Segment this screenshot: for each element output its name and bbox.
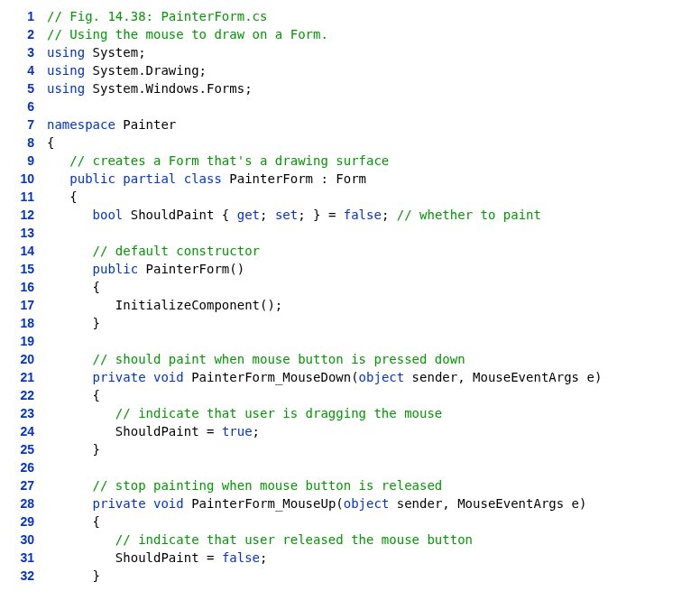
line-number: 1 bbox=[11, 7, 34, 25]
code-token: { bbox=[47, 280, 100, 294]
line-number: 29 bbox=[11, 512, 34, 531]
code-content: { bbox=[47, 134, 54, 152]
code-line: 20 // should paint when mouse button is … bbox=[11, 350, 689, 368]
line-number: 4 bbox=[11, 61, 34, 79]
line-number: 26 bbox=[11, 458, 34, 476]
line-number: 30 bbox=[11, 531, 34, 549]
code-token: } bbox=[47, 442, 100, 457]
code-content: // stop painting when mouse button is re… bbox=[47, 476, 442, 494]
code-line: 2// Using the mouse to draw on a Form. bbox=[11, 25, 689, 43]
code-line: 26 bbox=[11, 458, 689, 476]
code-line: 4using System.Drawing; bbox=[11, 61, 689, 79]
code-token: Painter bbox=[115, 117, 176, 132]
code-token bbox=[47, 244, 93, 258]
line-number: 5 bbox=[11, 79, 34, 97]
code-token: { bbox=[47, 135, 54, 150]
code-token: using bbox=[47, 81, 85, 96]
code-token bbox=[47, 406, 115, 420]
code-content: // creates a Form that's a drawing surfa… bbox=[47, 152, 389, 170]
code-line: 31 ShouldPaint = false; bbox=[11, 549, 689, 567]
code-line: 8{ bbox=[11, 134, 689, 152]
code-token: sender, MouseEventArgs e) bbox=[404, 370, 602, 384]
code-token: // Fig. 14.38: PainterForm.cs bbox=[47, 9, 267, 23]
code-content: // Fig. 14.38: PainterForm.cs bbox=[47, 7, 267, 25]
code-content: { bbox=[47, 512, 100, 531]
code-token: System; bbox=[85, 45, 145, 60]
code-line: 28 private void PainterForm_MouseUp(obje… bbox=[11, 494, 689, 512]
line-number: 31 bbox=[11, 549, 34, 567]
code-content: namespace Painter bbox=[47, 115, 176, 134]
code-token bbox=[47, 153, 69, 168]
code-token: // Using the mouse to draw on a Form. bbox=[47, 27, 328, 42]
code-token: ; bbox=[382, 208, 397, 222]
code-token: sender, MouseEventArgs e) bbox=[389, 496, 586, 511]
code-token bbox=[47, 171, 69, 186]
code-content: ShouldPaint = true; bbox=[47, 422, 260, 440]
code-token: ShouldPaint = bbox=[47, 424, 222, 438]
line-number: 28 bbox=[11, 494, 34, 512]
line-number: 23 bbox=[11, 404, 34, 422]
line-number: 8 bbox=[11, 134, 34, 152]
code-line: 9 // creates a Form that's a drawing sur… bbox=[11, 152, 689, 170]
code-token: InitializeComponent(); bbox=[47, 298, 282, 312]
code-content: // should paint when mouse button is pre… bbox=[47, 350, 465, 368]
code-line: 17 InitializeComponent(); bbox=[11, 296, 689, 314]
line-number: 15 bbox=[11, 260, 34, 278]
line-number: 13 bbox=[11, 224, 34, 242]
code-token: set bbox=[275, 208, 298, 222]
code-token: public bbox=[93, 262, 139, 276]
code-line: 25 } bbox=[11, 440, 689, 458]
code-line: 32 } bbox=[11, 567, 689, 585]
code-line: 12 bool ShouldPaint { get; set; } = fals… bbox=[11, 206, 689, 224]
line-number: 27 bbox=[11, 476, 34, 494]
code-line: 21 private void PainterForm_MouseDown(ob… bbox=[11, 368, 689, 386]
line-number: 3 bbox=[11, 43, 34, 61]
code-content: // default constructor bbox=[47, 242, 260, 260]
code-token bbox=[47, 478, 93, 493]
code-line: 16 { bbox=[11, 278, 689, 296]
code-content: { bbox=[47, 278, 100, 296]
code-token: // stop painting when mouse button is re… bbox=[93, 478, 443, 493]
code-token: false bbox=[344, 208, 382, 222]
code-token: } bbox=[47, 316, 100, 330]
code-token: bool bbox=[93, 208, 124, 222]
code-token: // indicate that user released the mouse… bbox=[115, 532, 473, 547]
line-number: 25 bbox=[11, 440, 34, 458]
code-token: System.Windows.Forms; bbox=[85, 81, 252, 96]
code-token: ; bbox=[253, 424, 260, 438]
code-token: using bbox=[47, 45, 85, 60]
code-content: bool ShouldPaint { get; set; } = false; … bbox=[47, 206, 541, 224]
code-line: 5using System.Windows.Forms; bbox=[11, 79, 689, 97]
code-token bbox=[47, 370, 93, 384]
code-token: private void bbox=[93, 496, 184, 511]
code-token: // indicate that user is dragging the mo… bbox=[115, 406, 442, 420]
code-token: { bbox=[47, 388, 100, 402]
code-content: // indicate that user is dragging the mo… bbox=[47, 404, 442, 422]
code-token: // whether to paint bbox=[397, 208, 541, 222]
code-token: // default constructor bbox=[93, 244, 260, 258]
code-token: namespace bbox=[47, 117, 115, 132]
code-token bbox=[47, 208, 93, 222]
code-line: 1// Fig. 14.38: PainterForm.cs bbox=[11, 7, 689, 25]
code-content: public partial class PainterForm : Form bbox=[47, 170, 366, 188]
code-token: ShouldPaint { bbox=[123, 208, 236, 222]
line-number: 6 bbox=[11, 97, 34, 115]
code-token bbox=[47, 352, 93, 366]
code-line: 24 ShouldPaint = true; bbox=[11, 422, 689, 440]
code-line: 14 // default constructor bbox=[11, 242, 689, 260]
code-token: // creates a Form that's a drawing surfa… bbox=[69, 153, 389, 168]
code-content: { bbox=[47, 188, 78, 206]
code-content: // Using the mouse to draw on a Form. bbox=[47, 25, 328, 43]
code-token: PainterForm : Form bbox=[222, 171, 366, 186]
code-line: 6 bbox=[11, 97, 689, 115]
line-number: 7 bbox=[11, 115, 34, 134]
code-line: 3using System; bbox=[11, 43, 689, 61]
code-token: PainterForm_MouseUp( bbox=[184, 496, 344, 511]
code-content: InitializeComponent(); bbox=[47, 296, 282, 314]
code-token: ; } = bbox=[298, 208, 344, 222]
code-line: 10 public partial class PainterForm : Fo… bbox=[11, 170, 689, 188]
code-token: ; bbox=[260, 208, 275, 222]
line-number: 19 bbox=[11, 332, 34, 350]
line-number: 17 bbox=[11, 296, 34, 314]
line-number: 16 bbox=[11, 278, 34, 296]
